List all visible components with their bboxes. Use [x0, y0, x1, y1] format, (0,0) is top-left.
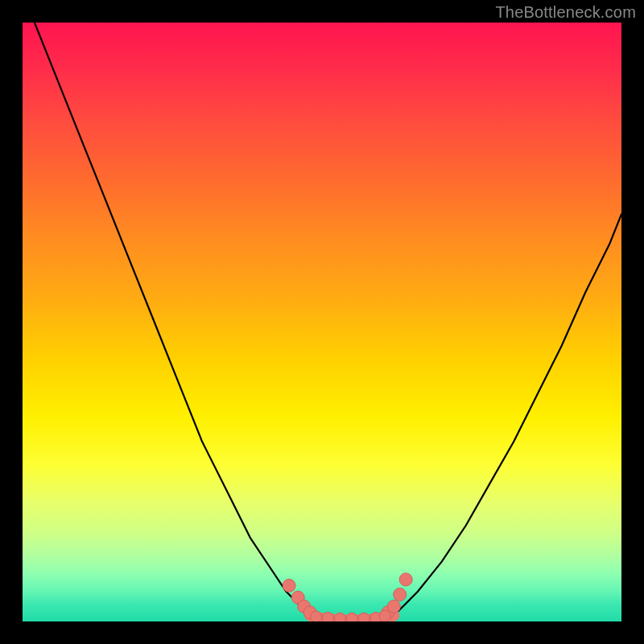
chart-frame: [23, 23, 621, 621]
watermark-text: TheBottleneck.com: [495, 3, 636, 22]
plot-gradient-background: [23, 23, 621, 621]
